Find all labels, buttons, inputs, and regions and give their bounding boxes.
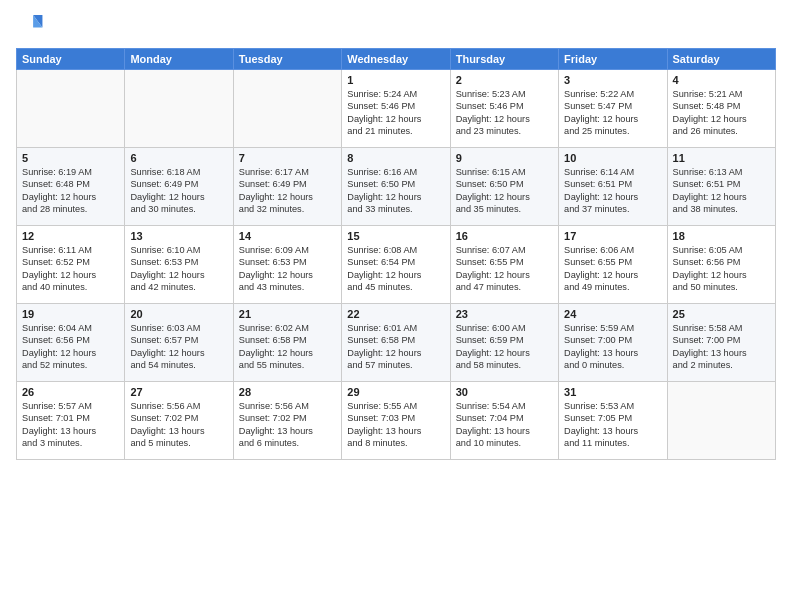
calendar-cell: 19Sunrise: 6:04 AM Sunset: 6:56 PM Dayli…	[17, 304, 125, 382]
calendar-cell: 8Sunrise: 6:16 AM Sunset: 6:50 PM Daylig…	[342, 148, 450, 226]
day-number: 13	[130, 230, 227, 242]
day-number: 8	[347, 152, 444, 164]
calendar: SundayMondayTuesdayWednesdayThursdayFrid…	[16, 48, 776, 460]
calendar-cell: 17Sunrise: 6:06 AM Sunset: 6:55 PM Dayli…	[559, 226, 667, 304]
day-number: 5	[22, 152, 119, 164]
calendar-cell: 2Sunrise: 5:23 AM Sunset: 5:46 PM Daylig…	[450, 70, 558, 148]
day-info: Sunrise: 5:56 AM Sunset: 7:02 PM Dayligh…	[239, 400, 336, 450]
calendar-cell: 25Sunrise: 5:58 AM Sunset: 7:00 PM Dayli…	[667, 304, 775, 382]
day-info: Sunrise: 5:23 AM Sunset: 5:46 PM Dayligh…	[456, 88, 553, 138]
day-info: Sunrise: 6:11 AM Sunset: 6:52 PM Dayligh…	[22, 244, 119, 294]
day-number: 29	[347, 386, 444, 398]
calendar-cell: 11Sunrise: 6:13 AM Sunset: 6:51 PM Dayli…	[667, 148, 775, 226]
calendar-cell: 12Sunrise: 6:11 AM Sunset: 6:52 PM Dayli…	[17, 226, 125, 304]
week-row-5: 26Sunrise: 5:57 AM Sunset: 7:01 PM Dayli…	[17, 382, 776, 460]
day-number: 4	[673, 74, 770, 86]
header	[16, 12, 776, 40]
calendar-cell: 3Sunrise: 5:22 AM Sunset: 5:47 PM Daylig…	[559, 70, 667, 148]
calendar-cell	[667, 382, 775, 460]
day-info: Sunrise: 5:54 AM Sunset: 7:04 PM Dayligh…	[456, 400, 553, 450]
calendar-cell: 31Sunrise: 5:53 AM Sunset: 7:05 PM Dayli…	[559, 382, 667, 460]
day-number: 14	[239, 230, 336, 242]
calendar-cell: 7Sunrise: 6:17 AM Sunset: 6:49 PM Daylig…	[233, 148, 341, 226]
calendar-cell: 23Sunrise: 6:00 AM Sunset: 6:59 PM Dayli…	[450, 304, 558, 382]
day-number: 18	[673, 230, 770, 242]
day-number: 1	[347, 74, 444, 86]
weekday-thursday: Thursday	[450, 49, 558, 70]
day-info: Sunrise: 5:57 AM Sunset: 7:01 PM Dayligh…	[22, 400, 119, 450]
logo-icon	[16, 12, 44, 40]
calendar-cell: 4Sunrise: 5:21 AM Sunset: 5:48 PM Daylig…	[667, 70, 775, 148]
weekday-saturday: Saturday	[667, 49, 775, 70]
calendar-cell: 24Sunrise: 5:59 AM Sunset: 7:00 PM Dayli…	[559, 304, 667, 382]
day-number: 31	[564, 386, 661, 398]
day-info: Sunrise: 5:24 AM Sunset: 5:46 PM Dayligh…	[347, 88, 444, 138]
week-row-2: 5Sunrise: 6:19 AM Sunset: 6:48 PM Daylig…	[17, 148, 776, 226]
calendar-cell	[233, 70, 341, 148]
day-number: 17	[564, 230, 661, 242]
calendar-cell: 6Sunrise: 6:18 AM Sunset: 6:49 PM Daylig…	[125, 148, 233, 226]
day-info: Sunrise: 6:18 AM Sunset: 6:49 PM Dayligh…	[130, 166, 227, 216]
calendar-cell: 5Sunrise: 6:19 AM Sunset: 6:48 PM Daylig…	[17, 148, 125, 226]
calendar-cell: 10Sunrise: 6:14 AM Sunset: 6:51 PM Dayli…	[559, 148, 667, 226]
page: SundayMondayTuesdayWednesdayThursdayFrid…	[0, 0, 792, 612]
day-info: Sunrise: 6:03 AM Sunset: 6:57 PM Dayligh…	[130, 322, 227, 372]
day-info: Sunrise: 6:00 AM Sunset: 6:59 PM Dayligh…	[456, 322, 553, 372]
calendar-cell	[17, 70, 125, 148]
day-info: Sunrise: 6:14 AM Sunset: 6:51 PM Dayligh…	[564, 166, 661, 216]
week-row-1: 1Sunrise: 5:24 AM Sunset: 5:46 PM Daylig…	[17, 70, 776, 148]
calendar-cell	[125, 70, 233, 148]
day-number: 15	[347, 230, 444, 242]
day-info: Sunrise: 5:53 AM Sunset: 7:05 PM Dayligh…	[564, 400, 661, 450]
calendar-cell: 15Sunrise: 6:08 AM Sunset: 6:54 PM Dayli…	[342, 226, 450, 304]
day-number: 23	[456, 308, 553, 320]
day-number: 10	[564, 152, 661, 164]
day-info: Sunrise: 6:15 AM Sunset: 6:50 PM Dayligh…	[456, 166, 553, 216]
day-info: Sunrise: 6:10 AM Sunset: 6:53 PM Dayligh…	[130, 244, 227, 294]
day-number: 21	[239, 308, 336, 320]
calendar-cell: 27Sunrise: 5:56 AM Sunset: 7:02 PM Dayli…	[125, 382, 233, 460]
day-info: Sunrise: 6:07 AM Sunset: 6:55 PM Dayligh…	[456, 244, 553, 294]
day-number: 11	[673, 152, 770, 164]
calendar-cell: 22Sunrise: 6:01 AM Sunset: 6:58 PM Dayli…	[342, 304, 450, 382]
day-info: Sunrise: 6:13 AM Sunset: 6:51 PM Dayligh…	[673, 166, 770, 216]
day-info: Sunrise: 6:02 AM Sunset: 6:58 PM Dayligh…	[239, 322, 336, 372]
day-info: Sunrise: 5:56 AM Sunset: 7:02 PM Dayligh…	[130, 400, 227, 450]
day-info: Sunrise: 6:05 AM Sunset: 6:56 PM Dayligh…	[673, 244, 770, 294]
day-number: 24	[564, 308, 661, 320]
day-number: 16	[456, 230, 553, 242]
weekday-sunday: Sunday	[17, 49, 125, 70]
calendar-cell: 29Sunrise: 5:55 AM Sunset: 7:03 PM Dayli…	[342, 382, 450, 460]
day-info: Sunrise: 5:59 AM Sunset: 7:00 PM Dayligh…	[564, 322, 661, 372]
calendar-cell: 20Sunrise: 6:03 AM Sunset: 6:57 PM Dayli…	[125, 304, 233, 382]
day-info: Sunrise: 5:58 AM Sunset: 7:00 PM Dayligh…	[673, 322, 770, 372]
week-row-4: 19Sunrise: 6:04 AM Sunset: 6:56 PM Dayli…	[17, 304, 776, 382]
day-number: 30	[456, 386, 553, 398]
calendar-cell: 26Sunrise: 5:57 AM Sunset: 7:01 PM Dayli…	[17, 382, 125, 460]
calendar-cell: 9Sunrise: 6:15 AM Sunset: 6:50 PM Daylig…	[450, 148, 558, 226]
logo	[16, 12, 48, 40]
day-number: 19	[22, 308, 119, 320]
calendar-cell: 13Sunrise: 6:10 AM Sunset: 6:53 PM Dayli…	[125, 226, 233, 304]
weekday-header-row: SundayMondayTuesdayWednesdayThursdayFrid…	[17, 49, 776, 70]
day-info: Sunrise: 6:17 AM Sunset: 6:49 PM Dayligh…	[239, 166, 336, 216]
day-number: 22	[347, 308, 444, 320]
week-row-3: 12Sunrise: 6:11 AM Sunset: 6:52 PM Dayli…	[17, 226, 776, 304]
day-info: Sunrise: 6:01 AM Sunset: 6:58 PM Dayligh…	[347, 322, 444, 372]
calendar-cell: 1Sunrise: 5:24 AM Sunset: 5:46 PM Daylig…	[342, 70, 450, 148]
day-number: 26	[22, 386, 119, 398]
day-number: 7	[239, 152, 336, 164]
calendar-cell: 28Sunrise: 5:56 AM Sunset: 7:02 PM Dayli…	[233, 382, 341, 460]
day-info: Sunrise: 6:16 AM Sunset: 6:50 PM Dayligh…	[347, 166, 444, 216]
calendar-cell: 14Sunrise: 6:09 AM Sunset: 6:53 PM Dayli…	[233, 226, 341, 304]
day-info: Sunrise: 6:09 AM Sunset: 6:53 PM Dayligh…	[239, 244, 336, 294]
day-number: 3	[564, 74, 661, 86]
calendar-cell: 18Sunrise: 6:05 AM Sunset: 6:56 PM Dayli…	[667, 226, 775, 304]
weekday-wednesday: Wednesday	[342, 49, 450, 70]
day-number: 12	[22, 230, 119, 242]
day-info: Sunrise: 5:21 AM Sunset: 5:48 PM Dayligh…	[673, 88, 770, 138]
weekday-monday: Monday	[125, 49, 233, 70]
day-info: Sunrise: 6:04 AM Sunset: 6:56 PM Dayligh…	[22, 322, 119, 372]
day-info: Sunrise: 6:06 AM Sunset: 6:55 PM Dayligh…	[564, 244, 661, 294]
day-info: Sunrise: 6:19 AM Sunset: 6:48 PM Dayligh…	[22, 166, 119, 216]
